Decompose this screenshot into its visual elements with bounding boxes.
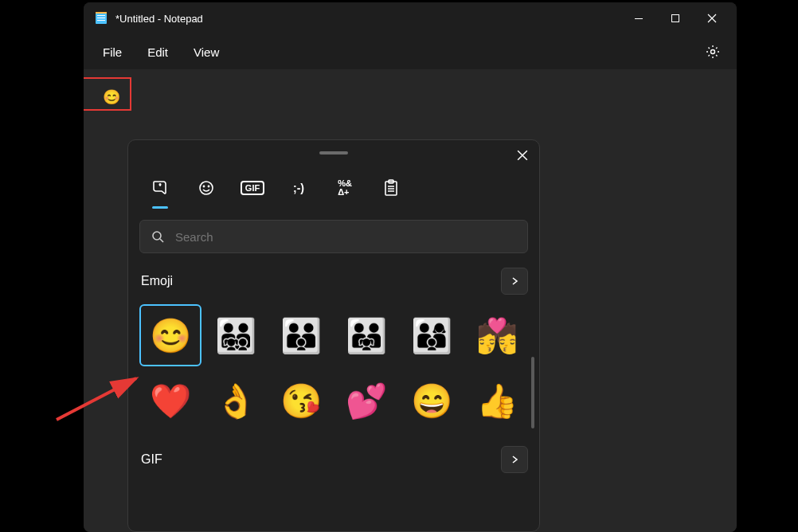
minimize-button[interactable] xyxy=(620,2,657,34)
symbols-label: %& Δ+ xyxy=(338,179,352,197)
tab-gif[interactable]: GIF xyxy=(240,175,265,201)
emoji-item[interactable]: 👍 xyxy=(466,370,528,432)
emoji-item[interactable]: 👨‍👨‍👧‍👦 xyxy=(205,304,267,366)
maximize-button[interactable] xyxy=(657,2,694,34)
svg-point-8 xyxy=(200,182,213,194)
svg-rect-5 xyxy=(635,18,643,19)
emoji-section-expand[interactable] xyxy=(501,268,528,295)
svg-rect-3 xyxy=(97,20,105,21)
picker-tabs: GIF ;-) %& Δ+ xyxy=(128,166,539,204)
window-title: *Untitled - Notepad xyxy=(115,13,620,25)
emoji-item[interactable]: 💏 xyxy=(466,304,528,366)
svg-rect-4 xyxy=(96,12,107,14)
emoji-item[interactable]: 😊 xyxy=(139,304,201,366)
close-button[interactable] xyxy=(694,2,730,34)
gif-section-title: GIF xyxy=(141,452,162,467)
emoji-item[interactable]: 💕 xyxy=(335,370,397,432)
search-icon xyxy=(151,230,164,243)
svg-rect-6 xyxy=(672,15,679,22)
menu-edit[interactable]: Edit xyxy=(135,39,181,65)
emoji-picker-panel: GIF ;-) %& Δ+ Emoji xyxy=(127,139,540,532)
inserted-emoji: 😊 xyxy=(103,88,120,106)
gif-section-header: GIF xyxy=(128,433,539,481)
emoji-section-title: Emoji xyxy=(141,274,173,288)
svg-rect-1 xyxy=(97,15,105,16)
scrollbar[interactable] xyxy=(531,357,534,428)
kaomoji-label: ;-) xyxy=(293,182,304,194)
notepad-app-icon xyxy=(95,12,108,25)
window-controls xyxy=(620,2,730,34)
tab-emoji[interactable] xyxy=(194,175,219,201)
tab-clipboard[interactable] xyxy=(378,175,404,201)
emoji-item[interactable]: 👨‍👨‍👧 xyxy=(335,304,397,366)
gif-section-expand[interactable] xyxy=(501,446,528,473)
emoji-grid: 😊 👨‍👨‍👧‍👦 👨‍👨‍👦 👨‍👨‍👧 👨‍👩‍👦 💏 ❤️ 👌 😘 💕 😄… xyxy=(128,303,539,433)
picker-close-button[interactable] xyxy=(514,147,531,164)
emoji-section-header: Emoji xyxy=(128,263,539,303)
tab-symbols[interactable]: %& Δ+ xyxy=(332,175,358,201)
gif-label: GIF xyxy=(241,181,264,195)
search-input[interactable] xyxy=(175,230,516,244)
menubar: File Edit View xyxy=(84,34,737,69)
tab-recent[interactable] xyxy=(147,175,173,201)
titlebar: *Untitled - Notepad xyxy=(84,2,737,34)
settings-button[interactable] xyxy=(695,37,730,66)
emoji-item[interactable]: 👨‍👩‍👦 xyxy=(401,304,463,366)
svg-point-13 xyxy=(153,232,161,240)
emoji-item[interactable]: 😘 xyxy=(270,370,332,432)
emoji-item[interactable]: ❤️ xyxy=(139,370,201,432)
emoji-item[interactable]: 👌 xyxy=(205,370,267,432)
menu-file[interactable]: File xyxy=(90,39,135,65)
tab-kaomoji[interactable]: ;-) xyxy=(286,175,311,201)
svg-point-7 xyxy=(711,50,715,54)
emoji-item[interactable]: 😄 xyxy=(401,370,463,432)
search-box[interactable] xyxy=(139,220,528,253)
menu-view[interactable]: View xyxy=(181,39,232,65)
drag-handle xyxy=(319,151,348,155)
svg-rect-2 xyxy=(97,18,105,18)
svg-point-10 xyxy=(208,186,209,186)
search-row xyxy=(128,204,539,263)
svg-point-9 xyxy=(203,186,204,186)
emoji-item[interactable]: 👨‍👨‍👦 xyxy=(270,304,332,366)
picker-drag-area[interactable] xyxy=(128,140,539,166)
